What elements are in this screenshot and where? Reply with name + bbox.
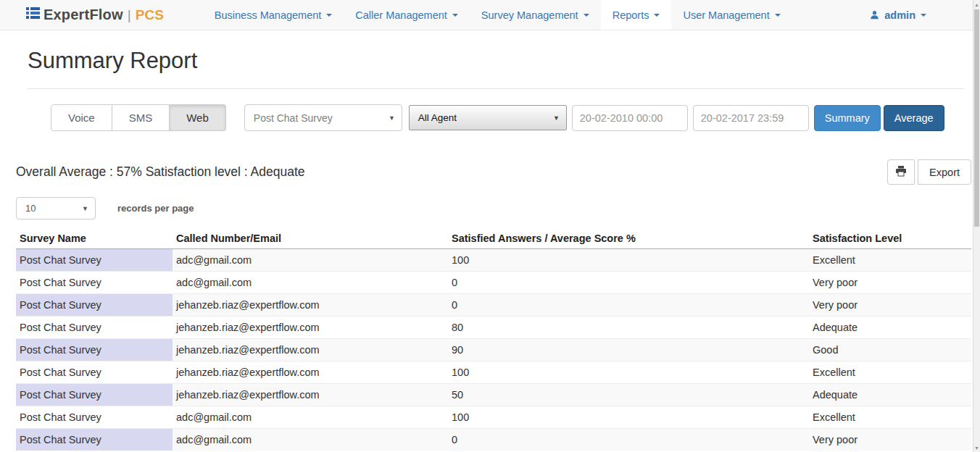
nav-item-label: Survey Management	[481, 9, 578, 21]
table-cell: 100	[448, 249, 809, 272]
brand-divider: |	[128, 7, 131, 23]
table-cell: Post Chat Survey	[16, 384, 173, 406]
table-cell: Very poor	[809, 294, 971, 317]
channel-toggle-group: Voice SMS Web	[51, 104, 226, 131]
table-cell: 80	[448, 317, 809, 339]
table-cell: adc@gmail.com	[173, 249, 448, 272]
table-row[interactable]: Post Chat Surveyadc@gmail.com0Very poor	[16, 272, 971, 294]
title-divider	[28, 88, 964, 89]
table-row[interactable]: Post Chat Surveyjehanzeb.riaz@expertflow…	[16, 384, 971, 406]
table-cell: Excellent	[809, 361, 971, 384]
navbar: ExpertFlow | PCS Business Management Cal…	[0, 0, 980, 30]
table-row[interactable]: Post Chat Surveyjehanzeb.riaz@expertflow…	[16, 317, 971, 339]
table-row[interactable]: Post Chat Surveyadc@gmail.com0Very poor	[16, 429, 971, 451]
table-cell: Post Chat Survey	[16, 272, 173, 294]
table-row[interactable]: Post Chat Surveyadc@gmail.com100Excellen…	[16, 249, 971, 272]
print-button[interactable]	[887, 159, 915, 185]
date-from-input[interactable]	[572, 105, 688, 131]
table-cell: jehanzeb.riaz@expertflow.com	[173, 339, 448, 361]
table-cell: Post Chat Survey	[16, 406, 173, 429]
table-cell: adc@gmail.com	[173, 406, 448, 429]
table-row[interactable]: Post Chat Surveyjehanzeb.riaz@expertflow…	[16, 339, 971, 361]
voice-tab[interactable]: Voice	[51, 104, 112, 131]
per-page-row: 10 ▼ records per page	[16, 197, 980, 219]
user-icon	[870, 10, 879, 20]
survey-select-value: Post Chat Survey	[254, 112, 333, 124]
user-label: admin	[884, 9, 915, 21]
header-survey-name[interactable]: Survey Name	[16, 229, 173, 249]
caret-down-icon	[452, 14, 458, 17]
table-cell: Good	[809, 339, 971, 361]
table-cell: jehanzeb.riaz@expertflow.com	[173, 361, 448, 384]
table-cell: Post Chat Survey	[16, 339, 173, 361]
table-cell: Excellent	[809, 249, 971, 272]
table-cell: 100	[448, 406, 809, 429]
nav-item-user-management[interactable]: User Management	[671, 0, 792, 30]
summary-button[interactable]: Summary	[814, 105, 881, 131]
agent-select[interactable]: All Agent ▼	[409, 105, 567, 130]
table-cell: Post Chat Survey	[16, 249, 173, 272]
nav-item-survey-management[interactable]: Survey Management	[470, 0, 601, 30]
overall-average-text: Overall Average : 57% Satisfaction level…	[16, 164, 305, 180]
table-row[interactable]: Post Chat Surveyjehanzeb.riaz@expertflow…	[16, 294, 971, 317]
records-per-page-value: 10	[25, 203, 36, 214]
table-row[interactable]: Post Chat Surveyadc@gmail.com100Excellen…	[16, 406, 971, 429]
caret-down-icon	[921, 14, 926, 17]
table-cell: Adequate	[809, 317, 971, 339]
table-cell: 100	[448, 361, 809, 384]
user-menu[interactable]: admin	[870, 0, 926, 30]
report-actions: Export	[887, 159, 971, 185]
header-called-number-email[interactable]: Called Number/Email	[173, 229, 448, 249]
nav-item-label: User Management	[683, 9, 769, 21]
scroll-up-arrow-icon[interactable]: ▲	[973, 0, 980, 9]
scroll-down-arrow-icon[interactable]: ▼	[973, 443, 980, 452]
brand-suffix: PCS	[136, 7, 164, 23]
header-satisfaction-level[interactable]: Satisfaction Level	[809, 229, 971, 249]
table-cell: 0	[448, 272, 809, 294]
page-title: Summary Report	[28, 48, 980, 74]
header-satisfied-answers[interactable]: Satisfied Answers / Average Score %	[448, 229, 809, 249]
brand-logo[interactable]: ExpertFlow | PCS	[26, 0, 164, 30]
average-button[interactable]: Average	[884, 105, 944, 131]
survey-select[interactable]: Post Chat Survey ▼	[244, 104, 402, 131]
table-cell: Post Chat Survey	[16, 361, 173, 384]
table-cell: Very poor	[809, 429, 971, 451]
report-bar: Overall Average : 57% Satisfaction level…	[16, 159, 971, 185]
table-cell: 0	[448, 294, 809, 317]
table-cell: jehanzeb.riaz@expertflow.com	[173, 317, 448, 339]
nav-item-caller-management[interactable]: Caller Management	[344, 0, 470, 30]
vertical-scrollbar[interactable]: ▲ ▼	[973, 0, 980, 452]
caret-down-icon	[584, 14, 589, 17]
scrollbar-thumb[interactable]	[974, 9, 979, 227]
table-cell: Excellent	[809, 406, 971, 429]
table-cell: jehanzeb.riaz@expertflow.com	[173, 384, 448, 406]
nav-item-label: Business Management	[215, 9, 322, 21]
web-tab[interactable]: Web	[170, 104, 226, 131]
printer-icon	[895, 166, 907, 179]
table-cell: 0	[448, 429, 809, 451]
caret-down-icon	[775, 14, 781, 17]
table-cell: Post Chat Survey	[16, 317, 173, 339]
nav-item-reports[interactable]: Reports	[601, 0, 672, 30]
nav-item-label: Reports	[612, 9, 649, 21]
nav-item-business-management[interactable]: Business Management	[203, 0, 344, 30]
caret-down-icon	[654, 14, 660, 17]
sms-tab[interactable]: SMS	[112, 104, 170, 131]
table-cell: Post Chat Survey	[16, 294, 173, 317]
table-cell: jehanzeb.riaz@expertflow.com	[173, 294, 448, 317]
nav-item-label: Caller Management	[355, 9, 447, 21]
export-button[interactable]: Export	[918, 159, 971, 185]
table-cell: Post Chat Survey	[16, 429, 173, 451]
table-cell: Very poor	[809, 272, 971, 294]
table-cell: adc@gmail.com	[173, 429, 448, 451]
filter-toolbar: Voice SMS Web Post Chat Survey ▼ All Age…	[51, 104, 980, 131]
records-per-page-select[interactable]: 10 ▼	[16, 197, 96, 219]
chevron-down-icon: ▼	[553, 114, 560, 122]
expertflow-logo-icon	[26, 7, 40, 22]
records-per-page-label: records per page	[117, 203, 194, 214]
table-cell: 90	[448, 339, 809, 361]
table-cell: Adequate	[809, 384, 971, 406]
date-to-input[interactable]	[693, 105, 809, 131]
chevron-down-icon: ▼	[389, 114, 395, 122]
table-row[interactable]: Post Chat Surveyjehanzeb.riaz@expertflow…	[16, 361, 971, 384]
